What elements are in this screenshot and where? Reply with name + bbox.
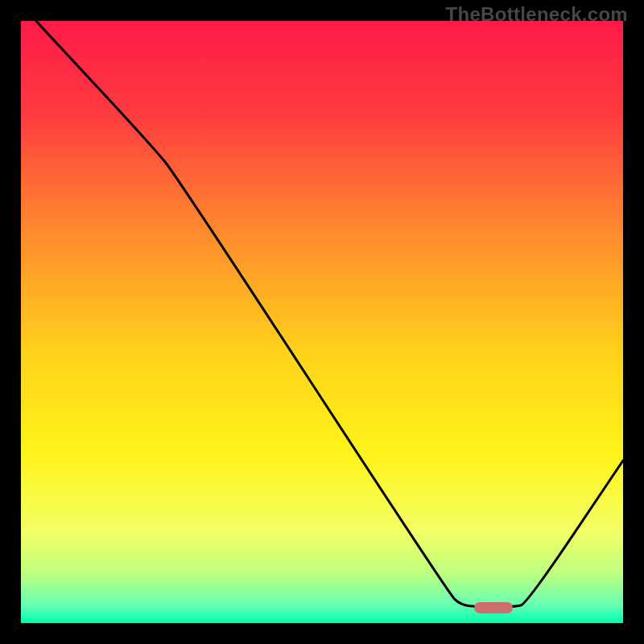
plot-area (21, 21, 623, 623)
optimal-marker (474, 602, 513, 613)
plot-svg (21, 21, 623, 623)
watermark-label: TheBottleneck.com (446, 3, 628, 26)
chart-frame: TheBottleneck.com (0, 0, 644, 644)
plot-background (21, 21, 623, 623)
